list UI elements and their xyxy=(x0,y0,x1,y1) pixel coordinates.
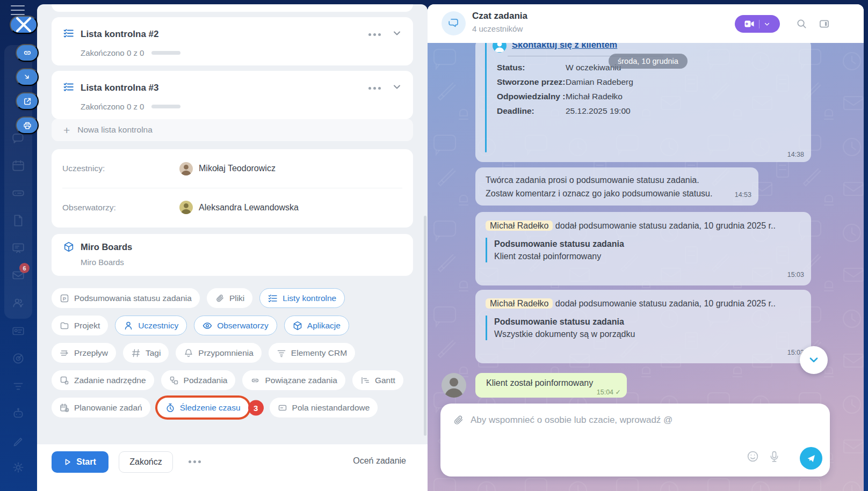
sidebar-toggle-button[interactable] xyxy=(819,18,830,32)
close-button[interactable] xyxy=(10,16,38,34)
task-sections-chips: P Podsumowania statusu zadania Pliki Lis… xyxy=(52,288,417,425)
checklist-menu-button[interactable] xyxy=(368,33,381,36)
divider xyxy=(759,20,760,28)
task-avatar[interactable] xyxy=(493,43,507,53)
scroll-to-bottom-button[interactable] xyxy=(800,346,828,374)
pen-icon[interactable] xyxy=(11,434,25,448)
chevron-down-icon[interactable] xyxy=(393,83,401,93)
miro-subtitle: Miro Boards xyxy=(81,258,401,267)
avatar[interactable] xyxy=(442,373,466,398)
chip-files[interactable]: Pliki xyxy=(207,288,252,308)
chip-applications[interactable]: Aplikacje xyxy=(284,316,349,335)
emoji-button[interactable] xyxy=(747,450,759,465)
avatar[interactable] xyxy=(179,162,193,175)
search-button[interactable] xyxy=(796,18,807,32)
author-mention[interactable]: Michał Radełko xyxy=(486,298,553,309)
checklist-card: Lista kontrolna #2 Zakończono 0 z 0 xyxy=(52,17,413,65)
open-external-button[interactable] xyxy=(16,92,39,110)
people-icon[interactable] xyxy=(11,296,25,310)
quote-text: Klient został poinformowany xyxy=(494,250,801,262)
chip-crm-items[interactable]: Elementy CRM xyxy=(269,343,355,363)
check-icon: ✓ xyxy=(616,389,621,396)
smiley-icon xyxy=(747,450,759,463)
calendar-icon[interactable] xyxy=(11,159,25,173)
chip-subtasks[interactable]: Podzadania xyxy=(161,370,236,390)
chip-custom-fields[interactable]: Pola niestandardowe xyxy=(270,398,378,417)
chip-label: Elementy CRM xyxy=(291,348,347,358)
flow-icon xyxy=(60,348,69,358)
checklist-icon xyxy=(63,28,74,41)
new-checklist-button[interactable]: + Nowa lista kontrolna xyxy=(52,119,413,141)
chevron-down-icon[interactable] xyxy=(393,29,401,40)
pinned-task-title[interactable]: Skontaktuj się z klientem xyxy=(512,43,617,50)
chip-reminders[interactable]: Przypomnienia xyxy=(176,343,262,363)
scrollbar-thumb[interactable] xyxy=(424,216,426,436)
funnel-icon xyxy=(277,348,286,358)
attach-file-button[interactable] xyxy=(452,414,464,428)
summary-quote: Podsumowanie statusu zadania Klient zost… xyxy=(486,238,801,262)
field-label: Status: xyxy=(497,61,566,74)
start-button[interactable]: Start xyxy=(52,451,108,473)
sidebar-toggle-icon xyxy=(819,18,830,30)
participant-name[interactable]: Mikołaj Teodorowicz xyxy=(199,164,276,173)
import-button[interactable] xyxy=(16,68,39,86)
board-icon[interactable] xyxy=(11,241,25,255)
chip-label: Obserwatorzy xyxy=(217,321,269,331)
new-checklist-label: Nowa lista kontrolna xyxy=(77,125,153,135)
checklist-icon xyxy=(63,82,74,94)
contact-card-icon[interactable] xyxy=(11,324,25,338)
drive-icon[interactable] xyxy=(11,186,25,200)
close-icon xyxy=(11,12,37,38)
voice-message-button[interactable] xyxy=(768,450,780,465)
quote-title: Podsumowanie statusu zadania xyxy=(494,316,801,328)
chat-panel: Czat zadania 4 uczestników xyxy=(428,4,864,491)
custom-fields-icon xyxy=(278,403,287,413)
search-icon xyxy=(796,18,807,30)
field-value: 25.12.2025 19:00 xyxy=(566,105,722,117)
chip-status-summaries[interactable]: P Podsumowania statusu zadania xyxy=(52,288,200,308)
chip-label: Przepływ xyxy=(74,348,108,358)
chip-gantt[interactable]: Gantt xyxy=(352,370,403,390)
finish-button[interactable]: Zakończ xyxy=(119,451,173,473)
bot-icon[interactable] xyxy=(11,407,25,421)
more-actions-button[interactable] xyxy=(189,460,201,463)
chip-participants[interactable]: Uczestnicy xyxy=(115,316,187,335)
chip-project[interactable]: Projekt xyxy=(52,316,108,335)
send-button[interactable] xyxy=(800,447,822,470)
chip-flow[interactable]: Przepływ xyxy=(52,343,116,363)
funnel-icon[interactable] xyxy=(11,379,25,393)
chip-related-tasks[interactable]: Powiązane zadania xyxy=(242,370,345,390)
field-value: Michał Radełko xyxy=(566,90,722,102)
message-text: Klient został poinformowany xyxy=(486,378,593,387)
plus-icon: + xyxy=(63,124,70,136)
checklist-menu-button[interactable] xyxy=(368,87,381,90)
chip-checklists[interactable]: Listy kontrolne xyxy=(259,288,345,308)
sidebar: 6 xyxy=(0,0,37,491)
external-link-icon xyxy=(23,97,32,106)
chip-observers[interactable]: Obserwatorzy xyxy=(194,316,277,335)
video-call-button[interactable] xyxy=(735,15,780,33)
document-icon[interactable] xyxy=(11,214,25,228)
chip-label: Powiązane zadania xyxy=(265,376,337,385)
message-input[interactable] xyxy=(471,411,771,429)
miro-card[interactable]: Miro Boards Miro Boards xyxy=(52,234,413,276)
print-button[interactable] xyxy=(16,116,39,134)
chip-label: Podsumowania statusu zadania xyxy=(74,294,192,303)
chip-label: Pola niestandardowe xyxy=(292,403,370,413)
avatar[interactable] xyxy=(179,201,193,214)
chip-time-tracking[interactable]: Śledzenie czasu 3 xyxy=(157,398,249,417)
chat-avatar[interactable] xyxy=(442,11,466,35)
chip-parent-task[interactable]: Zadanie nadrzędne xyxy=(52,370,154,390)
chip-task-planning[interactable]: Planowanie zadań xyxy=(52,398,150,417)
target-icon[interactable] xyxy=(11,351,25,365)
observer-name[interactable]: Aleksandra Lewandowska xyxy=(199,203,299,212)
observers-label: Obserwatorzy: xyxy=(62,203,179,212)
author-mention[interactable]: Michał Radełko xyxy=(486,221,553,231)
copy-link-button[interactable] xyxy=(16,44,39,62)
gear-icon[interactable] xyxy=(11,460,25,474)
cube-icon xyxy=(293,321,302,331)
folder-icon xyxy=(60,321,69,331)
rate-task-link[interactable]: Oceń zadanie xyxy=(353,456,406,466)
message-time: 15:04 ✓ xyxy=(597,388,621,396)
chip-tags[interactable]: Tagi xyxy=(123,343,169,363)
